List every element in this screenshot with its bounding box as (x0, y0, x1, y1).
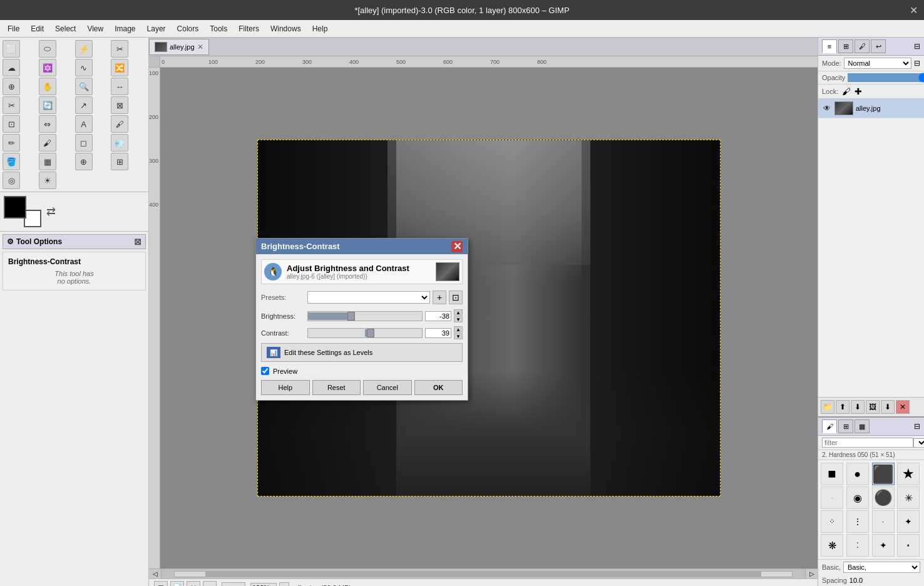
unit-select[interactable]: px (222, 582, 245, 587)
bc-presets-select[interactable] (307, 291, 430, 304)
layer-delete-btn[interactable]: ✕ (896, 400, 910, 414)
tool-rotate[interactable]: 🔄 (39, 96, 56, 114)
tool-fuzzy-select[interactable]: ☁ (3, 59, 20, 76)
tool-options-close[interactable]: ⊠ (134, 237, 141, 247)
tool-dodge[interactable]: ☀ (39, 172, 56, 189)
swap-colors-icon[interactable]: ⇄ (46, 205, 56, 218)
tool-pencil[interactable]: ✏ (3, 134, 20, 152)
layer-visibility-eye[interactable]: 👁 (822, 103, 832, 113)
menu-layer[interactable]: Layer (142, 23, 171, 35)
lock-position-icon[interactable]: ✚ (855, 86, 862, 96)
layer-item-alley[interactable]: 👁 alley.jpg (818, 99, 924, 118)
bc-brightness-down[interactable]: ▼ (454, 316, 463, 322)
menu-windows[interactable]: Windows (265, 23, 306, 35)
brush-cell-1[interactable]: ■ (821, 463, 843, 485)
tool-perspective[interactable]: ⊡ (3, 115, 20, 133)
layer-new-btn[interactable]: 📁 (821, 400, 834, 414)
brush-cell-10[interactable]: ⋮ (846, 510, 869, 533)
menu-view[interactable]: View (82, 23, 108, 35)
image-tab-alley[interactable]: alley.jpg ✕ (149, 39, 209, 55)
scrollbar-bottom[interactable]: ◁ ▷ (149, 568, 818, 578)
zoom-input[interactable] (250, 583, 277, 587)
tab-paths[interactable]: 🖋 (855, 39, 870, 53)
brush-cell-13[interactable]: ❋ (821, 534, 843, 557)
tool-move[interactable]: ✋ (39, 78, 56, 95)
brush-cell-16[interactable]: ⋆ (897, 534, 920, 557)
brush-cell-12[interactable]: ✦ (897, 510, 920, 533)
tab-layers[interactable]: ≡ (822, 39, 837, 53)
brush-cell-2[interactable]: ● (846, 463, 869, 485)
layer-merge-btn[interactable]: ⬇ (881, 400, 895, 414)
bc-brightness-slider[interactable] (307, 311, 423, 321)
brushes-expand[interactable]: ⊟ (914, 422, 920, 431)
tool-align[interactable]: ⊕ (3, 78, 20, 95)
mode-expand[interactable]: ⊟ (914, 59, 920, 68)
tool-airbrush[interactable]: 💨 (111, 134, 128, 152)
bc-close-button[interactable]: ✕ (451, 241, 463, 252)
tool-heal[interactable]: ⊕ (75, 153, 93, 170)
layer-lower-btn[interactable]: ⬇ (851, 400, 865, 414)
tool-shear[interactable]: ⊠ (111, 96, 128, 114)
menu-file[interactable]: File (3, 23, 24, 35)
tool-iscissors[interactable]: ∿ (75, 59, 93, 76)
layer-raise-btn[interactable]: ⬆ (836, 400, 850, 414)
scroll-right-btn[interactable]: ▷ (805, 569, 818, 578)
status-icon-4[interactable]: ♪ (203, 581, 217, 587)
brush-cell-5[interactable]: · (821, 486, 843, 509)
tab-channels[interactable]: ⊞ (838, 39, 853, 53)
tool-rect-select[interactable]: ⬜ (3, 40, 20, 58)
bg-color-swatch[interactable] (24, 210, 41, 227)
brush-cell-9[interactable]: ⁘ (821, 510, 843, 533)
fg-color-swatch[interactable] (4, 196, 26, 218)
menu-colors[interactable]: Colors (172, 23, 204, 35)
tool-ellipse-select[interactable]: ⬭ (39, 40, 56, 58)
menu-tools[interactable]: Tools (205, 23, 232, 35)
brushes-preset-select[interactable]: Basic, (843, 562, 920, 573)
tool-eraser[interactable]: ◻ (75, 134, 93, 152)
tool-crop[interactable]: ✂ (3, 96, 20, 114)
bc-ok-button[interactable]: OK (414, 380, 463, 395)
menu-help[interactable]: Help (307, 23, 333, 35)
tool-free-select[interactable]: ⚡ (75, 40, 93, 58)
scroll-left-btn[interactable]: ◁ (149, 569, 162, 578)
tool-measure[interactable]: ↔ (111, 78, 128, 95)
bc-contrast-thumb[interactable] (367, 329, 374, 337)
brush-cell-3[interactable]: ⬛ (872, 463, 895, 485)
bc-contrast-value[interactable] (425, 328, 451, 338)
tool-fill[interactable]: 🪣 (3, 153, 20, 170)
brush-cell-7[interactable]: ⚫ (872, 486, 895, 509)
bc-help-button[interactable]: Help (261, 380, 310, 395)
brush-cell-4[interactable]: ★ (897, 463, 920, 485)
tool-by-color[interactable]: 🔯 (39, 59, 56, 76)
tool-blur[interactable]: ◎ (3, 172, 20, 189)
bc-levels-button[interactable]: 📊 Edit these Settings as Levels (261, 343, 463, 362)
bc-reset-button[interactable]: Reset (312, 380, 361, 395)
tab-brushes[interactable]: 🖌 (822, 419, 837, 433)
bc-preset-del-btn[interactable]: ⊡ (449, 290, 463, 304)
tool-clone[interactable]: ⊞ (111, 153, 128, 170)
tool-flip[interactable]: ⇔ (39, 115, 56, 133)
lock-pixels-icon[interactable]: 🖌 (842, 86, 851, 96)
bc-contrast-slider[interactable] (307, 328, 423, 338)
bc-contrast-up[interactable]: ▲ (454, 326, 463, 332)
brush-cell-6[interactable]: ◉ (846, 486, 869, 509)
tab-patterns[interactable]: ⊞ (838, 419, 853, 433)
opacity-slider[interactable] (848, 73, 924, 82)
bc-cancel-button[interactable]: Cancel (363, 380, 412, 395)
tool-zoom[interactable]: 🔍 (75, 78, 93, 95)
tab-undo[interactable]: ↩ (871, 39, 886, 53)
bc-contrast-down[interactable]: ▼ (454, 333, 463, 339)
tool-paintbrush[interactable]: 🖌 (39, 134, 56, 152)
brush-cell-15[interactable]: ✦ (872, 534, 895, 557)
menu-image[interactable]: Image (110, 23, 140, 35)
zoom-select[interactable] (279, 582, 289, 587)
tab-gradients[interactable]: ▦ (855, 419, 870, 433)
window-close-button[interactable]: ✕ (910, 4, 918, 16)
brush-filter-input[interactable] (822, 438, 913, 448)
status-icon-3[interactable]: ✕ (187, 581, 200, 587)
menu-filters[interactable]: Filters (234, 23, 264, 35)
tool-text[interactable]: A (75, 115, 93, 133)
image-tab-close[interactable]: ✕ (197, 43, 203, 51)
brush-cell-11[interactable]: · (872, 510, 895, 533)
bc-preview-checkbox[interactable] (261, 367, 269, 375)
